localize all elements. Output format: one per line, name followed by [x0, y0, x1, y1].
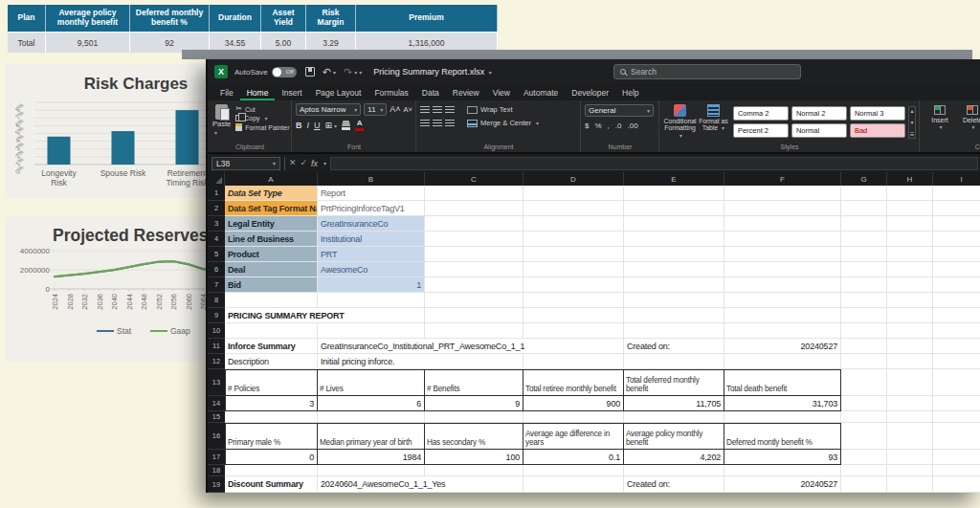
cell-E5[interactable] [624, 247, 724, 262]
cell-A9[interactable]: PRICING SUMMARY REPORT [225, 308, 425, 323]
redo-chevron-icon[interactable]: ▾ [354, 69, 357, 76]
cell-D3[interactable] [523, 216, 624, 232]
row-header-2[interactable]: 2 [208, 201, 225, 216]
cell-B14[interactable]: 6 [318, 396, 425, 411]
cell-A1[interactable]: Data Set Type [225, 186, 318, 201]
cell-C4[interactable] [425, 232, 523, 247]
cell-C15[interactable] [425, 411, 523, 423]
cell-H8[interactable] [887, 293, 933, 308]
cell-E7[interactable] [624, 277, 724, 293]
column-header-i[interactable]: I [933, 172, 980, 186]
row-header-10[interactable]: 10 [208, 323, 225, 339]
cell-H1[interactable] [887, 186, 933, 201]
cell-F10[interactable] [724, 323, 841, 339]
cell-A3[interactable]: Legal Entity [225, 216, 318, 232]
cell-C9[interactable] [425, 308, 523, 323]
cell-G4[interactable] [841, 232, 887, 247]
cell-G15[interactable] [841, 411, 887, 423]
cell-G7[interactable] [841, 277, 887, 293]
cell-C1[interactable] [425, 186, 523, 201]
cell-D19[interactable] [523, 476, 624, 493]
tab-page-layout[interactable]: Page Layout [309, 86, 368, 100]
cell-I14[interactable] [933, 396, 980, 411]
cell-E19[interactable]: Created on: [624, 476, 724, 493]
cell-G5[interactable] [841, 247, 887, 262]
fx-icon[interactable]: fx [311, 159, 318, 168]
cell-H5[interactable] [887, 247, 933, 262]
increase-decimal-icon[interactable]: .0 [615, 121, 622, 130]
cell-H18[interactable] [887, 465, 933, 476]
cell-I18[interactable] [933, 465, 980, 476]
row-header-13[interactable]: 13 [208, 369, 225, 396]
select-all-corner[interactable] [208, 172, 225, 186]
comma-style-icon[interactable]: , [608, 121, 610, 130]
tab-view[interactable]: View [486, 86, 517, 100]
redo-icon[interactable]: ↷ [344, 67, 352, 77]
cell-I2[interactable] [933, 201, 980, 216]
tab-developer[interactable]: Developer [565, 86, 615, 100]
cell-style-chip[interactable]: Normal 3 [850, 106, 905, 121]
cell-D2[interactable] [523, 201, 624, 216]
cell-I7[interactable] [933, 277, 980, 293]
cell-F11[interactable]: 20240527 [724, 339, 841, 354]
cell-H10[interactable] [887, 323, 933, 339]
cell-C2[interactable] [425, 201, 523, 216]
cell-A10[interactable] [225, 323, 318, 339]
cell-H6[interactable] [887, 262, 933, 277]
align-top-icon[interactable] [420, 106, 430, 114]
tab-data[interactable]: Data [415, 86, 446, 100]
cell-D13[interactable]: Total retiree monthly benefit [523, 369, 624, 396]
cell-B2[interactable]: PrtPricingInforceTagV1 [318, 201, 425, 216]
row-header-7[interactable]: 7 [208, 277, 225, 293]
cell-A6[interactable]: Deal [225, 262, 318, 277]
column-header-g[interactable]: G [841, 172, 887, 186]
cell-A2[interactable]: Data Set Tag Format Name [225, 201, 318, 216]
row-header-8[interactable]: 8 [208, 293, 225, 308]
cell-H16[interactable] [887, 423, 933, 450]
cell-G18[interactable] [841, 465, 887, 476]
cell-I4[interactable] [933, 232, 980, 247]
name-box[interactable]: L38▾ [212, 157, 280, 170]
cell-F5[interactable] [724, 247, 841, 262]
row-header-3[interactable]: 3 [208, 216, 225, 232]
cell-G14[interactable] [841, 396, 887, 411]
cell-I12[interactable] [933, 354, 980, 369]
cell-F2[interactable] [724, 201, 841, 216]
cell-A17[interactable]: 0 [225, 450, 318, 465]
bold-button[interactable]: B [296, 121, 302, 130]
cell-F9[interactable] [724, 308, 841, 323]
row-header-5[interactable]: 5 [208, 247, 225, 262]
cell-B4[interactable]: Institutional [318, 232, 425, 247]
cell-I16[interactable] [933, 423, 980, 450]
style-gallery-scroll[interactable]: ▲▼☰ [908, 106, 916, 139]
cell-I19[interactable] [933, 476, 980, 493]
cell-B1[interactable]: Report [318, 186, 425, 201]
cell-E11[interactable]: Created on: [624, 339, 724, 354]
cell-D8[interactable] [523, 293, 624, 308]
cell-F17[interactable]: 93 [724, 450, 841, 465]
cell-H7[interactable] [887, 277, 933, 293]
row-header-18[interactable]: 18 [208, 465, 225, 476]
format-as-table-button[interactable]: Format as Table ▾ [697, 104, 730, 132]
cell-E9[interactable] [624, 308, 724, 323]
cell-C3[interactable] [425, 216, 523, 232]
cell-A5[interactable]: Product [225, 247, 318, 262]
cell-A7[interactable]: Bid [225, 277, 318, 293]
row-header-6[interactable]: 6 [208, 262, 225, 277]
cell-G11[interactable] [841, 339, 887, 354]
cell-C6[interactable] [425, 262, 523, 277]
cell-H11[interactable] [887, 339, 933, 354]
cell-E2[interactable] [624, 201, 724, 216]
undo-icon[interactable]: ↶ [323, 67, 331, 77]
cell-I11[interactable] [933, 339, 980, 354]
cell-H4[interactable] [887, 232, 933, 247]
cell-H14[interactable] [887, 396, 933, 411]
cell-G19[interactable] [841, 476, 887, 493]
window-title[interactable]: Pricing Summary Report.xlsx ▾ [373, 67, 492, 77]
cell-B11[interactable]: GreatInsuranceCo_Institutional_PRT_Aweso… [318, 339, 624, 354]
cell-F18[interactable] [724, 465, 841, 476]
cell-B15[interactable] [318, 411, 425, 423]
cell-style-chip[interactable]: Percent 2 [733, 123, 789, 138]
cell-D16[interactable]: Average age difference in years [523, 423, 624, 450]
tab-insert[interactable]: Insert [275, 86, 308, 100]
